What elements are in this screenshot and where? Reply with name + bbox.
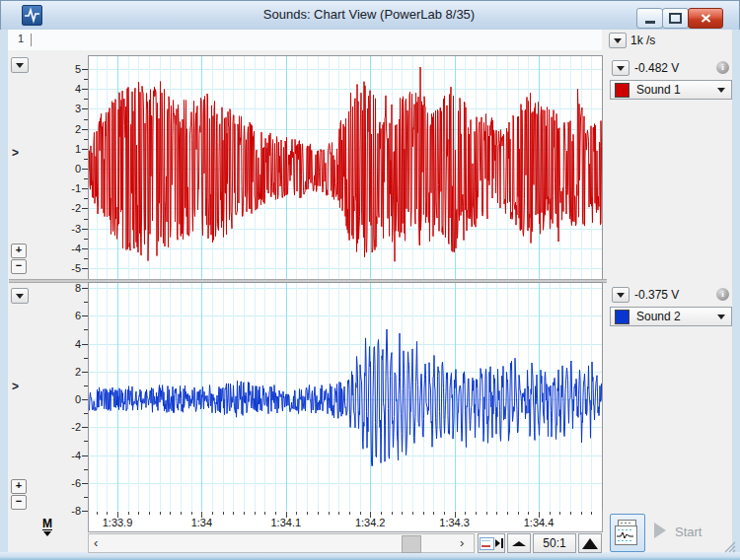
minimize-button[interactable]: [636, 8, 663, 29]
channel1-plot-area[interactable]: [88, 55, 603, 280]
y-axis-label: 2: [37, 123, 81, 135]
channel2-input-marker[interactable]: >: [12, 380, 19, 393]
y-axis-tick: [84, 119, 88, 120]
time-axis-tick: [223, 512, 224, 515]
time-axis-tick: [338, 512, 339, 515]
channel1-color-swatch: [615, 83, 629, 98]
scroll-left-arrow[interactable]: ‹: [94, 535, 98, 550]
channel2-zoom-in-button[interactable]: +: [11, 479, 27, 494]
rate-dropdown-button[interactable]: [609, 33, 627, 48]
y-axis-label: -2: [37, 421, 81, 433]
time-axis-tick: [264, 512, 265, 515]
y-axis-tick: [84, 198, 88, 199]
channel1-info-icon[interactable]: i: [716, 61, 729, 74]
channel1-zoom-out-button[interactable]: −: [11, 259, 27, 274]
mini-waveform-icon: [617, 531, 633, 539]
y-axis-tick: [84, 358, 88, 359]
time-axis-tick: [496, 512, 497, 515]
channel2-selector[interactable]: Sound 2: [610, 307, 732, 326]
time-axis-tick: [307, 512, 308, 515]
y-axis-tick: [84, 413, 88, 414]
maximize-button[interactable]: [662, 8, 689, 29]
channel2-info-icon[interactable]: i: [716, 288, 729, 301]
channel1-value-dropdown[interactable]: [612, 60, 629, 76]
time-axis-tick: [233, 512, 234, 515]
channel1-options-dropdown[interactable]: [11, 57, 29, 73]
channel2-color-swatch: [615, 310, 629, 324]
play-to-bar-line: [501, 538, 503, 548]
time-axis-tick: [97, 512, 98, 515]
y-axis-label: -4: [37, 450, 81, 461]
time-axis-tick: [255, 512, 256, 515]
channel1-selector[interactable]: Sound 1: [610, 80, 732, 100]
minimize-icon: [645, 21, 655, 24]
y-axis-tick: [84, 239, 88, 240]
y-axis-label: -2: [37, 202, 81, 214]
channel1-zoom-in-button[interactable]: +: [11, 244, 27, 258]
resize-grip[interactable]: [721, 538, 736, 553]
close-icon: [701, 14, 711, 23]
play-to-bar-icon: [495, 539, 500, 547]
y-axis-tick: [82, 288, 88, 289]
y-axis-tick: [82, 399, 88, 400]
marker-m-icon: M: [42, 518, 52, 530]
y-axis-tick: [84, 159, 88, 160]
y-axis-tick: [82, 108, 88, 109]
compression-increase-button[interactable]: [578, 533, 602, 553]
y-axis-label: 0: [37, 393, 81, 405]
y-axis-label: 5: [37, 63, 81, 75]
y-axis-tick: [84, 497, 88, 498]
y-axis-label: 4: [37, 338, 81, 350]
y-axis-label: 8: [37, 282, 81, 294]
channel2-value-dropdown[interactable]: [612, 287, 629, 303]
y-axis-tick: [84, 139, 88, 140]
time-axis-tick: [138, 512, 139, 515]
time-axis-tick: [392, 512, 393, 515]
time-axis-tick: [329, 512, 330, 515]
time-axis-tick: [107, 512, 108, 515]
time-axis-label: 1:34: [174, 517, 229, 528]
time-axis-tick: [550, 512, 551, 515]
time-axis-tick: [349, 512, 350, 515]
y-axis-label: 1: [37, 143, 81, 155]
chevron-down-icon: [617, 293, 625, 298]
time-axis-tick: [518, 512, 519, 515]
compression-decrease-button[interactable]: [507, 533, 531, 553]
channel2-zoom-out-button[interactable]: −: [11, 495, 27, 510]
y-axis-tick: [82, 268, 88, 269]
close-button[interactable]: [688, 8, 723, 29]
chevron-down-icon: [717, 315, 725, 319]
time-axis-tick: [412, 512, 413, 515]
y-axis-label: -3: [37, 223, 81, 235]
channel2-value: -0.375 V: [634, 288, 679, 302]
jump-to-end-button[interactable]: [478, 533, 505, 553]
marker-tool[interactable]: M: [39, 517, 55, 536]
channel2-options-dropdown[interactable]: [11, 288, 29, 304]
y-axis-label: 0: [37, 163, 81, 175]
channel1-waveform-canvas: [89, 56, 602, 279]
y-axis-tick: [84, 99, 88, 100]
channel1-waveform: [89, 67, 602, 261]
time-axis-tick: [149, 512, 150, 515]
scrollbar-thumb[interactable]: [402, 535, 421, 553]
chevron-down-icon: [617, 66, 625, 71]
y-axis-tick: [82, 344, 88, 345]
time-axis-tick: [191, 512, 192, 515]
channel2-plot-area[interactable]: [88, 282, 603, 512]
start-button[interactable]: Start: [675, 525, 702, 539]
channel2-waveform-canvas: [89, 283, 602, 511]
window-border-right: [732, 30, 740, 552]
scroll-right-arrow[interactable]: ›: [460, 535, 464, 550]
channel1-input-marker[interactable]: >: [12, 146, 19, 160]
time-axis-tick: [170, 512, 171, 515]
chevron-down-icon: [717, 88, 725, 93]
channel1-name: Sound 1: [636, 83, 717, 97]
chart-view-mode-button[interactable]: [610, 514, 645, 552]
time-axis-tick: [591, 512, 592, 515]
window-border-bottom: [0, 552, 740, 560]
time-axis-tick: [444, 512, 445, 515]
compression-ratio-button[interactable]: 50:1: [533, 533, 576, 553]
y-axis-tick: [84, 385, 88, 386]
y-axis-tick: [84, 178, 88, 179]
channel1-value: -0.482 V: [634, 61, 679, 75]
